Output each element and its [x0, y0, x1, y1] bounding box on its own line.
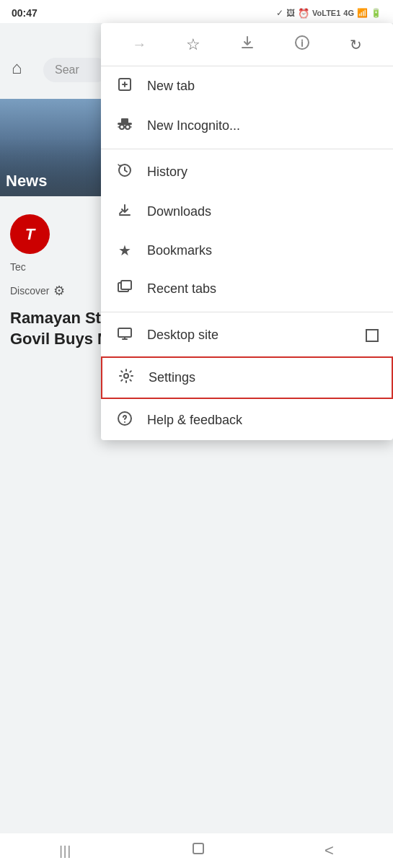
- home-icon[interactable]: ⌂: [12, 58, 22, 78]
- downloads-svg: [117, 202, 133, 218]
- settings-icon: [117, 368, 136, 387]
- info-svg: [294, 35, 310, 51]
- discover-label: Discover: [10, 285, 49, 297]
- navigation-bar: ||| <: [0, 833, 393, 868]
- svg-point-12: [124, 421, 125, 423]
- help-feedback-item[interactable]: Help & feedback: [101, 400, 393, 440]
- svg-point-4: [120, 125, 124, 129]
- new-incognito-item[interactable]: New Incognito...: [101, 106, 393, 146]
- help-feedback-label: Help & feedback: [147, 413, 242, 428]
- settings-label: Settings: [149, 370, 195, 385]
- recent-tabs-svg: [117, 279, 133, 295]
- download-svg: [239, 35, 255, 51]
- nav-home-icon[interactable]: [190, 841, 206, 861]
- svg-rect-9: [118, 328, 131, 337]
- tech-label: Tec: [10, 261, 26, 273]
- history-label: History: [147, 165, 187, 180]
- discover-tune-icon[interactable]: ⚙: [53, 283, 65, 299]
- incognito-icon: [115, 116, 134, 136]
- nav-recent-apps-icon[interactable]: |||: [59, 843, 71, 859]
- nav-home-svg: [190, 841, 206, 856]
- alarm-icon: ⏰: [298, 8, 309, 19]
- status-time: 00:47: [12, 7, 37, 19]
- desktop-site-checkbox[interactable]: [366, 329, 379, 342]
- status-icons: ✓ 🖼 ⏰ VoLTE1 4G 📶 🔋: [276, 8, 381, 19]
- new-incognito-label: New Incognito...: [147, 118, 240, 133]
- help-icon: [115, 411, 134, 430]
- desktop-svg: [117, 325, 133, 341]
- discover-bar: Discover ⚙: [10, 283, 65, 299]
- svg-rect-8: [121, 281, 131, 289]
- nav-back-icon[interactable]: <: [324, 841, 334, 860]
- news-label: News: [6, 172, 47, 190]
- search-bar[interactable]: Sear: [43, 58, 108, 82]
- recent-tabs-label: Recent tabs: [147, 281, 216, 297]
- 4g-icon: 4G: [343, 9, 354, 17]
- info-icon[interactable]: [288, 32, 316, 57]
- refresh-icon[interactable]: ↻: [344, 33, 368, 56]
- battery-icon: 🔋: [371, 8, 381, 18]
- new-tab-icon: [115, 76, 134, 96]
- bookmarks-label: Bookmarks: [147, 243, 212, 258]
- star-icon[interactable]: ☆: [180, 32, 206, 57]
- signal-icon: 📶: [357, 8, 368, 18]
- svg-rect-3: [121, 118, 128, 124]
- divider-1: [101, 149, 393, 149]
- bookmarks-item[interactable]: ★ Bookmarks: [101, 232, 393, 269]
- incognito-svg: [116, 116, 133, 132]
- bookmarks-icon: ★: [115, 242, 134, 259]
- search-text: Sear: [55, 63, 79, 76]
- new-tab-svg: [117, 76, 133, 92]
- check-icon: ✓: [276, 8, 283, 18]
- help-svg: [117, 411, 133, 426]
- history-svg: [117, 162, 133, 178]
- new-tab-label: New tab: [147, 79, 195, 94]
- tech-circle-text: T: [25, 225, 35, 244]
- history-icon: [115, 162, 134, 182]
- svg-rect-13: [193, 843, 203, 854]
- downloads-item[interactable]: Downloads: [101, 192, 393, 232]
- new-tab-item[interactable]: New tab: [101, 66, 393, 106]
- vo-lte-icon: VoLTE1: [312, 9, 340, 17]
- recent-tabs-item[interactable]: Recent tabs: [101, 269, 393, 309]
- desktop-site-icon: [115, 325, 134, 345]
- desktop-site-label: Desktop site: [147, 328, 218, 343]
- news-thumbnail: News: [0, 99, 108, 196]
- divider-2: [101, 312, 393, 312]
- desktop-site-item[interactable]: Desktop site: [101, 315, 393, 355]
- menu-toolbar: → ☆ ↻: [101, 23, 393, 66]
- svg-point-5: [125, 125, 130, 129]
- status-bar: 00:47 ✓ 🖼 ⏰ VoLTE1 4G 📶 🔋: [0, 0, 393, 23]
- image-icon: 🖼: [286, 8, 295, 18]
- tech-circle: T: [10, 214, 50, 254]
- context-menu: → ☆ ↻ New tab: [101, 23, 393, 440]
- forward-icon[interactable]: →: [126, 33, 152, 56]
- downloads-label: Downloads: [147, 204, 211, 219]
- svg-point-10: [124, 374, 128, 378]
- downloads-icon: [115, 202, 134, 222]
- settings-item[interactable]: Settings: [101, 356, 393, 399]
- settings-svg: [118, 368, 134, 384]
- download-icon[interactable]: [234, 32, 261, 57]
- history-item[interactable]: History: [101, 152, 393, 192]
- recent-tabs-icon: [115, 279, 134, 299]
